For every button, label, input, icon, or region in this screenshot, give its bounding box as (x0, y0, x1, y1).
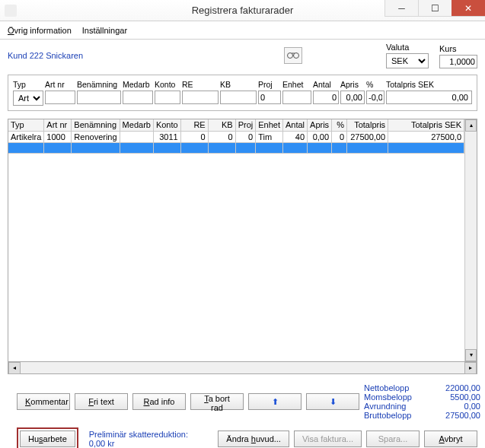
avrund-value: 0,00 (435, 402, 480, 411)
hdr-medarb: Medarb (123, 80, 153, 89)
netto-value: 22000,00 (435, 383, 480, 392)
hdr-totalpris: Totalpris SEK (386, 80, 472, 89)
menubar: Övrig informationdocument.currentScript.… (0, 21, 485, 40)
entry-medarb[interactable] (123, 91, 153, 104)
hdr-enhet: Enhet (282, 80, 311, 89)
summary: Nettobelopp 22000,00 Momsbelopp 5500,00 … (364, 383, 480, 420)
avrund-label: Avrundning (364, 402, 412, 411)
close-button[interactable]: ✕ (451, 0, 485, 17)
grid[interactable]: Typ Art nr Benämning Medarb Konto RE KB … (8, 119, 477, 362)
hdr-antal: Antal (313, 80, 339, 89)
entry-re[interactable] (182, 91, 219, 104)
entry-totalpris: 0,00 (386, 91, 472, 104)
entry-benamning[interactable] (77, 91, 121, 104)
husarbete-highlight: Husarbete (17, 427, 78, 448)
grid-header-row: Typ Art nr Benämning Medarb Konto RE KB … (8, 119, 464, 131)
tabortrad-button[interactable]: Ta bort rad (190, 393, 244, 410)
hdr-re: RE (182, 80, 219, 89)
vertical-scrollbar[interactable]: ▴ ▾ (464, 119, 477, 361)
maximize-button[interactable]: ☐ (418, 0, 451, 17)
entry-proj[interactable] (258, 91, 281, 104)
hdr-konto: Konto (155, 80, 180, 89)
netto-label: Nettobelopp (364, 383, 412, 392)
minimize-button[interactable]: ─ (384, 0, 418, 17)
entry-enhet[interactable] (282, 91, 311, 104)
scroll-down-icon[interactable]: ▾ (465, 349, 477, 361)
hdr-apris: Apris (340, 80, 365, 89)
entry-artnr[interactable] (45, 91, 75, 104)
visa-faktura-button[interactable]: Visa faktura... (294, 431, 362, 447)
andra-huvud-button[interactable]: Ändra huvud... (218, 431, 289, 447)
menu-ovrig[interactable]: Övrig informationdocument.currentScript.… (8, 26, 72, 35)
fritext-button[interactable]: Fri text (75, 393, 128, 410)
entry-antal[interactable] (313, 91, 339, 104)
scroll-up-icon[interactable]: ▴ (465, 119, 477, 132)
entry-pct[interactable] (366, 91, 384, 104)
app-icon (5, 5, 17, 17)
move-down-button[interactable]: ⬇ (306, 393, 359, 410)
search-icon[interactable] (284, 47, 302, 64)
table-row-selected[interactable] (8, 142, 464, 153)
spara-button[interactable]: Spara... (366, 431, 420, 447)
avbryt-button[interactable]: Avbryt (424, 431, 477, 447)
moms-value: 5500,00 (435, 392, 480, 402)
moms-label: Momsbelopp (364, 392, 412, 402)
brutto-value: 27500,00 (435, 411, 480, 420)
hdr-typ: Typ (13, 80, 43, 89)
kurs-label: Kurs (439, 44, 477, 53)
move-up-button[interactable]: ⬆ (248, 393, 302, 410)
hdr-proj: Proj (258, 80, 281, 89)
scroll-right-icon[interactable]: ▸ (464, 362, 477, 374)
hdr-kb: KB (220, 80, 257, 89)
husarbete-button[interactable]: Husarbete (20, 431, 75, 447)
prelim-reduction: Preliminär skattereduktion: 0,00 kr (89, 430, 188, 448)
entry-konto[interactable] (155, 91, 180, 104)
menu-installningar[interactable]: Inställningar (82, 26, 127, 35)
entry-kb[interactable] (220, 91, 257, 104)
titlebar: Registrera fakturarader ─ ☐ ✕ (0, 0, 485, 21)
table-row[interactable]: Artikelra 1000 Renovering 3011 0 0 0 Tim… (8, 131, 464, 142)
brutto-label: Bruttobelopp (364, 411, 412, 420)
hdr-artnr: Art nr (45, 80, 75, 89)
horizontal-scrollbar[interactable]: ◂ ▸ (8, 362, 477, 374)
customer-label: Kund 222 Snickaren (8, 51, 83, 60)
svg-point-1 (294, 53, 299, 59)
hdr-benamning: Benämning (77, 80, 121, 89)
scroll-left-icon[interactable]: ◂ (8, 362, 21, 374)
valuta-label: Valuta (386, 43, 429, 52)
svg-point-0 (288, 53, 293, 59)
valuta-select[interactable]: SEK (386, 53, 429, 68)
entry-panel: Typ Arti Art nr Benämning Medarb Konto R… (8, 75, 477, 111)
entry-typ[interactable]: Arti (13, 91, 43, 106)
kurs-input[interactable] (439, 55, 477, 68)
kommentar-button[interactable]: Kommentar (17, 393, 70, 410)
radinfo-button[interactable]: Rad info (132, 393, 186, 410)
entry-apris[interactable] (340, 91, 365, 104)
hdr-pct: % (366, 80, 384, 89)
